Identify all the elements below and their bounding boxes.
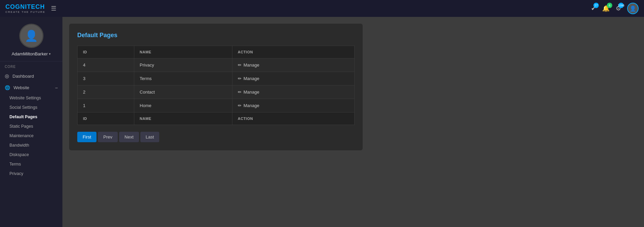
manage-button[interactable]: ✏ Manage [238,103,259,108]
content-area: Default Pages ID NAME ACTION 4 Privacy ✏… [62,17,644,227]
sidebar-item-privacy[interactable]: Privacy [0,169,62,178]
sidebar-item-website-settings[interactable]: Website Settings [0,93,62,103]
sidebar-profile: 👤 AdamMiltonBarker ▾ [0,17,62,61]
chevron-icon: – [55,85,58,90]
cell-name: Home [134,99,232,112]
first-page-button[interactable]: First [77,132,96,142]
sidebar-item-terms[interactable]: Terms [0,159,62,169]
table-row: 3 Terms ✏ Manage [78,72,355,85]
edit-icon: ✏ [238,62,242,68]
settings-button[interactable]: ⚙ 1096 [616,5,621,12]
col-footer-id: ID [78,112,134,125]
settings-badge: 1096 [618,3,624,8]
table-row: 2 Contact ✏ Manage [78,85,355,99]
sidebar-sub-items: Website SettingsSocial SettingsDefault P… [0,93,62,178]
sidebar-item-social-settings[interactable]: Social Settings [0,103,62,112]
col-header-action: ACTION [232,46,354,58]
cell-action: ✏ Manage [232,58,354,72]
cell-id: 2 [78,85,134,99]
notifications-badge: 6 [607,3,612,8]
prev-page-button[interactable]: Prev [98,132,118,142]
pages-table: ID NAME ACTION 4 Privacy ✏ Manage 3 Term… [77,46,355,125]
pagination: First Prev Next Last [77,132,355,142]
topbar-left: COGNITECH CREATE THE FUTURE ☰ [5,3,56,14]
sidebar-item-website[interactable]: 🌐 Website – [0,82,62,93]
logo-text: COGNITECH [5,3,45,10]
col-footer-name: NAME [134,112,232,125]
sidebar-item-default-pages[interactable]: Default Pages [0,112,62,122]
logo: COGNITECH CREATE THE FUTURE [5,3,46,14]
cell-id: 4 [78,58,134,72]
avatar: 👤 [19,24,44,48]
globe-icon: 🌐 [5,85,10,90]
manage-button[interactable]: ✏ Manage [238,76,259,81]
next-page-button[interactable]: Next [119,132,139,142]
cell-id: 3 [78,72,134,85]
edit-icon: ✏ [238,103,242,108]
sidebar: 👤 AdamMiltonBarker ▾ CORE ◎ Dashboard 🌐 … [0,17,62,227]
manage-button[interactable]: ✏ Manage [238,62,259,68]
sidebar-item-dashboard[interactable]: ◎ Dashboard [0,70,62,82]
notifications-button[interactable]: 🔔 6 [602,5,610,12]
topbar: COGNITECH CREATE THE FUTURE ☰ ✔ 27 🔔 6 ⚙… [0,0,644,17]
manage-button[interactable]: ✏ Manage [238,90,259,95]
cell-action: ✏ Manage [232,72,354,85]
col-header-name: NAME [134,46,232,58]
sidebar-item-diskspace[interactable]: Diskspace [0,150,62,159]
user-avatar-top[interactable]: 👤 [627,3,639,14]
sidebar-item-maintenance[interactable]: Maintenance [0,131,62,141]
col-header-id: ID [78,46,134,58]
cell-name: Contact [134,85,232,99]
card-title: Default Pages [77,32,355,39]
main-layout: 👤 AdamMiltonBarker ▾ CORE ◎ Dashboard 🌐 … [0,17,644,227]
table-row: 1 Home ✏ Manage [78,99,355,112]
edit-icon: ✏ [238,76,242,81]
sidebar-item-static-pages[interactable]: Static Pages [0,122,62,131]
cell-action: ✏ Manage [232,85,354,99]
cell-name: Terms [134,72,232,85]
edit-icon: ✏ [238,90,242,95]
table-row: 4 Privacy ✏ Manage [78,58,355,72]
col-footer-action: ACTION [232,112,354,125]
topbar-right: ✔ 27 🔔 6 ⚙ 1096 👤 [591,3,639,14]
cell-name: Privacy [134,58,232,72]
section-label-core: CORE [0,61,62,70]
cell-action: ✏ Manage [232,99,354,112]
logo-tagline: CREATE THE FUTURE [5,10,46,14]
username-display[interactable]: AdamMiltonBarker ▾ [12,51,51,56]
last-page-button[interactable]: Last [140,132,160,142]
menu-toggle-icon[interactable]: ☰ [51,5,56,12]
sidebar-item-bandwidth[interactable]: Bandwidth [0,141,62,150]
cell-id: 1 [78,99,134,112]
tasks-badge: 27 [593,3,599,8]
chevron-down-icon: ▾ [49,52,51,56]
tasks-button[interactable]: ✔ 27 [591,5,596,12]
dashboard-icon: ◎ [5,73,9,79]
default-pages-card: Default Pages ID NAME ACTION 4 Privacy ✏… [69,24,363,150]
